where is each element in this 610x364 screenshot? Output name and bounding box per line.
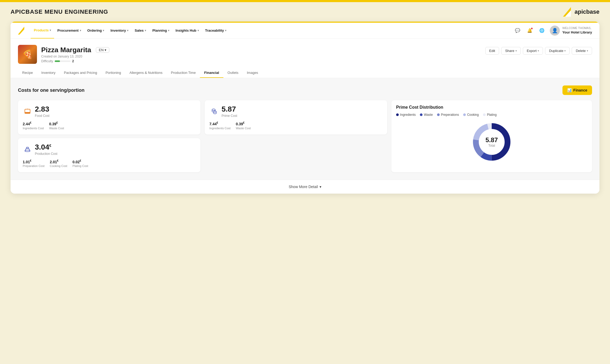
nav-item-sales[interactable]: Sales ▾ xyxy=(132,23,149,39)
globe-icon[interactable]: 🌐 xyxy=(538,26,546,35)
product-created: Created on January 13, 2020 xyxy=(41,55,109,58)
outer-header: APICBASE MENU ENGINEERING apicbase xyxy=(0,2,610,22)
legend-dot-cooking xyxy=(463,113,466,116)
show-more-label: Show More Detail xyxy=(289,185,318,189)
production-cost-value: 3.04€ xyxy=(35,143,57,151)
nav-arrow-traceability: ▾ xyxy=(225,29,226,32)
nav-item-ordering[interactable]: Ordering ▾ xyxy=(84,23,107,39)
nav-item-inventory[interactable]: Inventory ▾ xyxy=(107,23,132,39)
apicbase-logo-icon xyxy=(563,7,571,17)
avatar: 👤 xyxy=(550,26,560,36)
show-more-button[interactable]: Show More Detail ▾ xyxy=(11,180,599,194)
prime-ingredients-cost-item: 7.44€ Ingredients Cost xyxy=(209,121,231,130)
food-cost-header: 2.83 Food Cost xyxy=(23,105,196,118)
brand-name: apicbase xyxy=(575,8,599,15)
chart-card: Prime Cost Distribution Ingredients Wast… xyxy=(391,100,592,172)
production-cost-value-group: 3.04€ Production Cost xyxy=(35,143,57,156)
prime-cost-details: 7.44€ Ingredients Cost 0.39€ Waste Cost xyxy=(209,121,382,130)
nav-logo-icon xyxy=(18,27,24,35)
donut-chart: 5.87 Total xyxy=(471,121,513,163)
difficulty-row: Difficulty 2 xyxy=(41,59,109,63)
app-card: Products ▾ Procurement ▾ Ordering ▾ Inve… xyxy=(11,22,599,194)
nav-arrow-planning: ▾ xyxy=(168,29,169,32)
notification-badge xyxy=(531,27,533,30)
section-title: Costs for one serving/portion xyxy=(18,88,85,93)
legend-plating: Plating xyxy=(483,113,497,117)
product-info: 🍕 Pizza Margarita EN ▾ Created on Januar… xyxy=(18,45,109,64)
nav-item-insights[interactable]: Insights Hub ▾ xyxy=(172,23,202,39)
prime-waste-cost-value: 0.39€ xyxy=(236,121,251,126)
tab-outlets[interactable]: Outlets xyxy=(223,68,243,78)
share-button[interactable]: Share ▾ xyxy=(501,47,521,55)
legend-preperations: Preperations xyxy=(437,113,459,117)
difficulty-fill xyxy=(55,60,60,62)
prime-ingredients-cost-label: Ingredients Cost xyxy=(209,127,231,130)
product-details: Pizza Margarita EN ▾ Created on January … xyxy=(41,46,109,63)
food-cost-icon xyxy=(23,107,32,116)
legend-dot-ingredients xyxy=(396,113,399,116)
plating-cost-item: 0.02€ Plating Cost xyxy=(73,159,88,168)
product-actions: Edit Share ▾ Export ▾ Duplicate ▾ Delete… xyxy=(485,47,592,55)
waste-cost-item: 0.39€ Waste Cost xyxy=(49,121,64,130)
tab-allergens[interactable]: Allergens & Nutritions xyxy=(125,68,167,78)
tab-images[interactable]: Images xyxy=(243,68,262,78)
ingredients-cost-item: 2.44€ Ingredients Cost xyxy=(23,121,44,130)
tab-financial[interactable]: Financial xyxy=(200,68,223,78)
donut-center: 5.87 Total xyxy=(486,136,498,147)
nav-arrow-ordering: ▾ xyxy=(103,29,104,32)
legend-cooking: Cooking xyxy=(463,113,479,117)
nav-item-traceability[interactable]: Traceability ▾ xyxy=(202,23,230,39)
food-cost-details: 2.44€ Ingredients Cost 0.39€ Waste Cost xyxy=(23,121,196,130)
tab-production-time[interactable]: Production Time xyxy=(167,68,200,78)
tab-packages[interactable]: Packages and Pricing xyxy=(60,68,101,78)
nav-arrow-procurement: ▾ xyxy=(80,29,81,32)
language-selector[interactable]: EN ▾ xyxy=(96,47,109,53)
nav-logo xyxy=(18,27,24,35)
export-button[interactable]: Export ▾ xyxy=(523,47,543,55)
food-cost-value-group: 2.83 Food Cost xyxy=(35,105,49,118)
chat-icon[interactable]: 💬 xyxy=(513,26,522,35)
prime-ingredients-cost-value: 7.44€ xyxy=(209,121,231,126)
nav-item-products[interactable]: Products ▾ xyxy=(31,23,54,39)
waste-cost-label: Waste Cost xyxy=(49,127,64,130)
tab-portioning[interactable]: Portioning xyxy=(101,68,125,78)
content-header: Costs for one serving/portion 📊 Finance xyxy=(18,85,592,95)
finance-button[interactable]: 📊 Finance xyxy=(562,85,592,95)
product-image: 🍕 xyxy=(18,45,37,64)
nav-arrow-inventory: ▾ xyxy=(127,29,128,32)
tab-recipe[interactable]: Recipe xyxy=(18,68,37,78)
production-cost-label: Production Cost xyxy=(35,152,57,156)
legend-dot-waste xyxy=(420,113,423,116)
delete-button[interactable]: Delete ▾ xyxy=(572,47,592,55)
edit-button[interactable]: Edit xyxy=(485,47,499,55)
coins-icon xyxy=(210,108,218,115)
production-cost-card: 3.04€ Production Cost 1.01€ Preparation … xyxy=(18,138,200,173)
plating-cost-label: Plating Cost xyxy=(73,164,88,167)
product-name: Pizza Margarita xyxy=(41,46,91,54)
prime-cost-card: 5.87 Prime Cost 7.44€ Ingredients Cost xyxy=(205,100,387,135)
notification-icon[interactable]: 🔔 xyxy=(525,26,534,35)
nav-item-procurement[interactable]: Procurement ▾ xyxy=(54,23,84,39)
tray-icon xyxy=(24,108,31,115)
nav-arrow-products: ▾ xyxy=(50,29,51,32)
prime-waste-cost-label: Waste Cost xyxy=(236,127,251,130)
svg-rect-8 xyxy=(26,147,29,149)
product-header: 🍕 Pizza Margarita EN ▾ Created on Januar… xyxy=(11,39,599,64)
tab-inventory[interactable]: Inventory xyxy=(37,68,59,78)
donut-sub: Total xyxy=(486,144,498,147)
nav-item-planning[interactable]: Planning ▾ xyxy=(149,23,172,39)
prime-cost-header: 5.87 Prime Cost xyxy=(209,105,382,118)
finance-icon: 📊 xyxy=(567,88,572,92)
cooking-cost-item: 2.01€ Cooking Cost xyxy=(50,159,67,168)
production-cost-details: 1.01€ Preparation Cost 2.01€ Cooking Cos… xyxy=(23,159,196,168)
waste-cost-value: 0.39€ xyxy=(49,121,64,126)
legend-dot-preperations xyxy=(437,113,440,116)
ingredients-cost-label: Ingredients Cost xyxy=(23,127,44,130)
preparation-cost-item: 1.01€ Preparation Cost xyxy=(23,159,45,168)
prime-cost-icon xyxy=(209,107,219,116)
duplicate-button[interactable]: Duplicate ▾ xyxy=(545,47,570,55)
cards-grid: 2.83 Food Cost 2.44€ Ingredients Cost xyxy=(18,100,592,172)
user-text: WELCOME THOMAS, Your Hotel Library xyxy=(562,26,592,35)
plating-cost-value: 0.02€ xyxy=(73,159,88,164)
top-bar xyxy=(0,0,610,2)
